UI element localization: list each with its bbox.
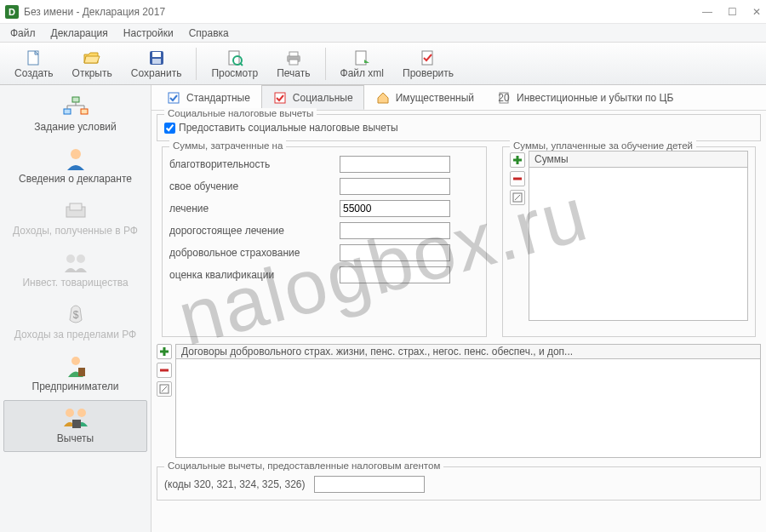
open-button[interactable]: Открыть [63,46,122,82]
svg-rect-2 [152,52,161,57]
input-voluntary-insurance[interactable] [340,244,450,261]
svg-rect-29 [72,420,81,428]
menu-declaration[interactable]: Декларация [44,26,115,41]
create-button[interactable]: Создать [5,46,63,82]
preview-button[interactable]: Просмотр [202,46,267,82]
svg-rect-8 [289,52,298,56]
svg-point-23 [77,255,85,263]
money-bag-icon: $ [61,302,90,326]
menu-file[interactable]: Файл [3,26,43,41]
input-charity[interactable] [340,156,450,173]
tab-label: Стандартные [186,92,250,104]
tab-invest[interactable]: 20 Инвестиционные и убытки по ЦБ [485,85,684,110]
svg-rect-30 [169,93,179,103]
check-label: Проверить [403,67,454,79]
input-treatment[interactable] [340,200,450,217]
input-self-education[interactable] [340,178,450,195]
save-icon [147,49,166,67]
add-row-button[interactable] [510,152,525,168]
svg-rect-12 [72,97,79,102]
toolbar-separator [325,48,326,80]
input-expensive-treatment[interactable] [340,222,450,239]
contracts-header: Договоры добровольного страх. жизни, пен… [175,344,761,359]
save-button[interactable]: Сохранить [122,46,192,82]
sidebar-item-conditions[interactable]: Задание условий [3,89,147,140]
label-charity: благотворительность [169,158,340,170]
org-chart-icon [61,94,90,118]
contracts-list[interactable] [175,359,761,458]
label-qualification: оценка квалификации [169,269,340,281]
clipboard-check-icon [272,90,288,106]
document-icon: 20 [496,90,512,106]
svg-rect-11 [422,51,432,65]
list-header-sums: Суммы [529,151,748,168]
save-label: Сохранить [131,67,182,79]
label-self-education: свое обучение [169,180,340,192]
input-qualification[interactable] [340,266,450,283]
app-icon: D [5,5,19,19]
list-body-sums[interactable] [529,168,748,321]
checkbox-provide-social[interactable] [164,123,175,134]
group-children-education: Суммы, уплаченные за обучение детей Сумм… [502,146,756,337]
tab-social[interactable]: Социальные [261,85,364,110]
sidebar-item-declarant[interactable]: Сведения о декларанте [3,140,147,192]
deductions-icon [61,406,90,430]
group-legend: Суммы, уплаченные за обучение детей [510,140,696,151]
agent-codes-label: (коды 320, 321, 324, 325, 326) [164,478,306,490]
group-legend: Суммы, затраченные на [169,140,286,151]
tab-standard[interactable]: Стандартные [155,85,261,110]
edit-row-button[interactable] [510,190,525,205]
maximize-icon[interactable]: ☐ [728,6,737,18]
sidebar-item-deductions[interactable]: Вычеты [3,400,147,452]
main-panel: Стандартные Социальные Имущественный 20 … [151,85,766,532]
toolbar-separator [196,48,197,80]
new-file-icon [25,49,43,67]
clipboard-icon [166,90,181,106]
add-contract-button[interactable] [157,344,172,359]
businessman-icon [61,354,90,378]
person-icon [61,146,90,170]
people-icon [61,250,90,274]
remove-row-button[interactable] [510,171,525,186]
menubar: Файл Декларация Настройки Справка [0,24,766,43]
minimize-icon[interactable]: — [702,6,712,18]
tab-property[interactable]: Имущественный [364,85,485,110]
svg-text:20: 20 [498,92,510,104]
titlebar: D Без имени - Декларация 2017 — ☐ ✕ [0,0,766,24]
tab-label: Инвестиционные и убытки по ЦБ [517,92,673,104]
tab-label: Социальные [293,92,353,104]
svg-rect-31 [275,93,285,103]
sidebar-item-entrepreneurs[interactable]: Предприниматели [3,348,147,400]
sidebar-item-label: Предприниматели [32,380,119,392]
svg-point-25 [71,357,80,365]
print-button[interactable]: Печать [267,46,319,82]
sidebar: Задание условий Сведения о декларанте До… [0,85,151,532]
svg-rect-13 [64,109,71,114]
sidebar-item-income-rf[interactable]: Доходы, полученные в РФ [3,192,147,244]
folder-open-icon [83,49,101,67]
svg-rect-3 [152,59,161,64]
close-icon[interactable]: ✕ [752,6,761,18]
sidebar-item-label: Доходы за пределами РФ [14,329,136,340]
sidebar-item-income-abroad[interactable]: $ Доходы за пределами РФ [3,296,147,348]
sidebar-item-label: Доходы, полученные в РФ [13,225,138,237]
group-agent-deductions: Социальные вычеты, предоставленные налог… [157,466,761,501]
input-agent-sum[interactable] [314,476,425,493]
group-sums-spent: Суммы, затраченные на благотворительност… [162,146,487,337]
filexml-button[interactable]: Файл xml [331,46,394,82]
check-button[interactable]: Проверить [393,46,463,82]
svg-line-43 [162,386,167,392]
sidebar-item-invest[interactable]: Инвест. товарищества [3,244,147,296]
svg-text:$: $ [72,309,78,321]
svg-point-22 [66,255,75,263]
menu-settings[interactable]: Настройки [117,26,180,41]
preview-label: Просмотр [211,67,258,79]
file-xml-icon [352,49,371,67]
svg-rect-26 [78,368,85,376]
edit-contract-button[interactable] [157,381,172,397]
open-label: Открыть [72,67,112,79]
remove-contract-button[interactable] [157,363,172,378]
svg-line-38 [515,195,520,200]
print-label: Печать [277,67,310,79]
menu-help[interactable]: Справка [182,26,236,41]
